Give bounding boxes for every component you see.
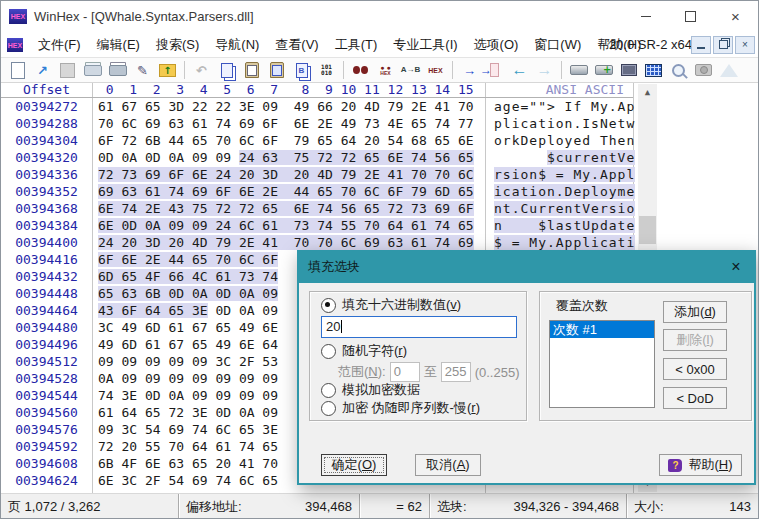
menu-item-窗口W[interactable]: 窗口(W) — [526, 33, 589, 57]
hex-row[interactable]: 0039435269 63 61 74 69 6F 6E 2E 44 65 70… — [1, 183, 633, 200]
status-page-field[interactable]: 页 1,072 / 3,262 — [1, 494, 179, 519]
row-hex-bytes[interactable]: 72 73 69 6F 6E 24 20 3D 20 4D 79 2E 41 7… — [92, 166, 489, 183]
row-ascii-text[interactable]: plication.IsNetw — [489, 115, 627, 132]
radio-encrypt-prng[interactable]: 加密 伪随即序列数-慢(r) — [321, 399, 480, 417]
status-offset-field[interactable]: 偏移地址:394,468 — [179, 494, 360, 519]
row-hex-bytes[interactable]: 6E 0D 0A 09 09 24 6C 61 73 74 55 70 64 6… — [92, 217, 489, 234]
copy-icon[interactable] — [214, 59, 239, 81]
close-button[interactable]: × — [713, 1, 758, 32]
calculator-icon[interactable] — [641, 59, 666, 81]
minimize-button[interactable] — [623, 1, 668, 32]
menu-item-选项O[interactable]: 选项(O) — [466, 33, 527, 57]
radio-selected-icon[interactable] — [321, 298, 336, 313]
menu-item-搜索S[interactable]: 搜索(S) — [148, 33, 207, 57]
cancel-button[interactable]: 取消(A) — [415, 454, 481, 476]
overwrite-pass-item[interactable]: 次数 #1 — [550, 321, 654, 338]
hex-row[interactable]: 003943200D 0A 0D 0A 09 09 24 63 75 72 72… — [1, 149, 633, 166]
row-ascii-text[interactable]: n $lastUpdate — [489, 217, 627, 234]
radio-fill-hex[interactable]: 填充十六进制数值(v) — [321, 296, 461, 314]
open-folder-icon[interactable]: ↑ — [155, 59, 180, 81]
forward-glyph: → — [537, 61, 553, 79]
maximize-button[interactable] — [668, 1, 713, 32]
radio-simulate-encrypted[interactable]: 模拟加密数据 — [321, 381, 420, 399]
hex-row[interactable]: 0039428870 6C 69 63 61 74 69 6F 6E 2E 49… — [1, 115, 633, 132]
fill-hex-value-input[interactable]: 20 — [321, 316, 517, 338]
row-hex-bytes[interactable]: 69 63 61 74 69 6F 6E 2E 44 65 70 6C 6F 7… — [92, 183, 489, 200]
row-hex-bytes[interactable]: 0D 0A 0D 0A 09 09 24 63 75 72 72 65 6E 7… — [92, 149, 489, 166]
add-button[interactable]: 添加(d) — [663, 301, 727, 323]
ok-button[interactable]: 确定(O) — [321, 454, 387, 476]
hex-row[interactable]: 003943046F 72 6B 44 65 70 6C 6F 79 65 64… — [1, 132, 633, 149]
hex-row[interactable]: 0039433672 73 69 6F 6E 24 20 3D 20 4D 79… — [1, 166, 633, 183]
hex-row[interactable]: 003943686E 74 2E 43 75 72 72 65 6E 74 56… — [1, 200, 633, 217]
add-disk-icon[interactable]: + — [591, 59, 616, 81]
row-ascii-text[interactable]: orkDeployed Then — [489, 132, 627, 149]
overwrite-pass-listbox[interactable]: 次数 #1 — [549, 320, 655, 408]
menu-item-专业工具I[interactable]: 专业工具(I) — [385, 33, 465, 57]
help-button[interactable]: ?帮助(H) — [659, 454, 742, 476]
hex-row[interactable]: 003943846E 0D 0A 09 09 24 6C 61 73 74 55… — [1, 217, 633, 234]
open-disk-icon[interactable] — [566, 59, 591, 81]
dialog-close-button[interactable]: × — [716, 251, 756, 282]
save-icon[interactable] — [55, 59, 80, 81]
row-hex-bytes[interactable]: 61 67 65 3D 22 22 3E 09 49 66 20 4D 79 2… — [92, 98, 489, 115]
range-from-input[interactable]: 0 — [390, 362, 420, 382]
menu-item-导航N[interactable]: 导航(N) — [207, 33, 267, 57]
radio-unselected-icon[interactable] — [321, 344, 336, 359]
find-text-icon[interactable] — [348, 59, 373, 81]
binary-values-icon[interactable]: 101 010 — [314, 59, 339, 81]
replace-text-icon[interactable]: A→B — [398, 59, 423, 81]
interpreter-icon[interactable] — [716, 59, 741, 81]
row-ascii-text[interactable]: $ = My.Applicati — [489, 234, 627, 251]
row-ascii-text[interactable]: age=""> If My.Ap — [489, 98, 627, 115]
copy-as-hex-icon[interactable]: B — [289, 59, 314, 81]
mdi-close-button[interactable]: × — [735, 36, 755, 54]
menu-item-查看V[interactable]: 查看(V) — [267, 33, 326, 57]
open-file-icon[interactable]: ↗ — [30, 59, 55, 81]
print-preview-icon[interactable] — [105, 59, 130, 81]
status-block-field[interactable]: 选块:394,326 - 394,468 — [430, 494, 627, 519]
forward-icon[interactable]: → — [532, 59, 557, 81]
print-icon[interactable] — [80, 59, 105, 81]
status-size-field[interactable]: 大小:143 — [627, 494, 758, 519]
row-ascii-text[interactable]: ication.Deployme — [489, 183, 627, 200]
preset-0x00-button[interactable]: < 0x00 — [663, 358, 727, 380]
range-to-input[interactable]: 255 — [441, 362, 471, 382]
properties-icon[interactable]: ✎ — [130, 59, 155, 81]
replace-hex-icon[interactable]: HEX — [423, 59, 448, 81]
paste-into-icon[interactable] — [239, 59, 264, 81]
row-hex-bytes[interactable]: 24 20 3D 20 4D 79 2E 41 70 70 6C 69 63 6… — [92, 234, 489, 251]
new-file-icon[interactable] — [5, 59, 30, 81]
row-hex-bytes[interactable]: 70 6C 69 63 61 74 69 6F 6E 2E 49 73 4E 6… — [92, 115, 489, 132]
hex-row[interactable]: 0039440024 20 3D 20 4D 79 2E 41 70 70 6C… — [1, 234, 633, 251]
radio-random-chars[interactable]: 随机字符(r) — [321, 342, 407, 360]
radio-unselected-icon[interactable] — [321, 401, 336, 416]
row-ascii-text[interactable]: nt.CurrentVersio — [489, 200, 627, 217]
menu-item-编辑E[interactable]: 编辑(E) — [89, 33, 148, 57]
mdi-restore-button[interactable] — [713, 36, 733, 54]
scrollbar-thumb[interactable] — [639, 216, 656, 244]
hex-row[interactable]: 0039427261 67 65 3D 22 22 3E 09 49 66 20… — [1, 98, 633, 115]
radio-unselected-icon[interactable] — [321, 383, 336, 398]
goto-offset-icon[interactable]: → — [457, 59, 482, 81]
preset-dod-button[interactable]: < DoD — [663, 387, 727, 409]
calculator-glyph — [645, 64, 662, 77]
row-hex-bytes[interactable]: 6E 74 2E 43 75 72 72 65 6E 74 56 65 72 7… — [92, 200, 489, 217]
goto-block-icon[interactable] — [482, 59, 507, 81]
row-ascii-text[interactable]: $currentVe — [489, 149, 627, 166]
magnifier-icon[interactable] — [666, 59, 691, 81]
scroll-up-icon[interactable]: ▲ — [638, 84, 657, 101]
back-icon[interactable]: ← — [507, 59, 532, 81]
find-hex-icon[interactable]: HEX — [373, 59, 398, 81]
ram-editor-icon[interactable] — [616, 59, 641, 81]
row-ascii-text[interactable]: rsion$ = My.Appl — [489, 166, 627, 183]
mdi-minimize-button[interactable] — [691, 36, 711, 54]
menu-item-文件F[interactable]: 文件(F) — [30, 33, 89, 57]
camera-icon[interactable] — [691, 59, 716, 81]
delete-button[interactable]: 删除(l) — [663, 329, 727, 351]
paste-icon[interactable] — [264, 59, 289, 81]
menu-item-工具T[interactable]: 工具(T) — [327, 33, 386, 57]
dialog-title-bar[interactable]: 填充选块 × — [297, 250, 756, 283]
row-hex-bytes[interactable]: 6F 72 6B 44 65 70 6C 6F 79 65 64 20 54 6… — [92, 132, 489, 149]
undo-icon[interactable]: ↶ — [189, 59, 214, 81]
